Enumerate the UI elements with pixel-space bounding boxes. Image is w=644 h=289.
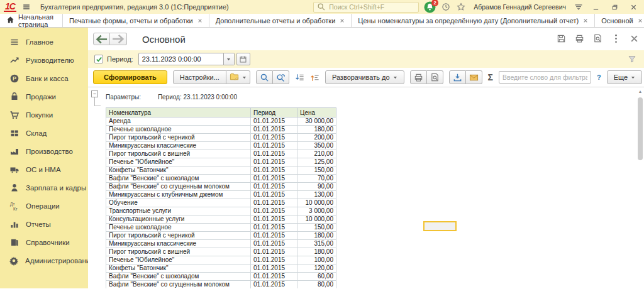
cell-nomenclature[interactable]: Печенье "Юбилейное"	[106, 158, 251, 166]
cell-price[interactable]: 125,00	[297, 158, 336, 166]
print-preview-icon[interactable]	[593, 34, 602, 45]
table-row[interactable]: Печенье шоколадное01.01.2015180,00	[106, 126, 336, 134]
user-name[interactable]: Абрамов Геннадий Сергеевич	[474, 3, 566, 11]
more-menu-icon[interactable]	[611, 34, 621, 45]
table-row[interactable]: Пирог тирольский с вишней01.01.2015180,0…	[106, 248, 336, 256]
send-mail-button[interactable]	[466, 70, 482, 84]
cell-nomenclature[interactable]: Конфеты "Батончик"	[106, 264, 251, 273]
cell-price[interactable]: 120,00	[297, 264, 336, 273]
period-checkbox[interactable]	[94, 55, 103, 63]
table-row[interactable]: Вафли "Венские" со сгущенным молоком01.0…	[106, 183, 336, 191]
collapse-parameters-button[interactable]: −	[91, 90, 98, 97]
cell-period[interactable]: 01.01.2015	[251, 281, 297, 289]
cell-period[interactable]: 01.01.2015	[251, 150, 297, 158]
cell-nomenclature[interactable]: Вафли "Венские" со сгущенным молоком	[106, 281, 251, 289]
period-calendar-button[interactable]	[236, 53, 250, 65]
cell-price[interactable]: 150,00	[297, 224, 336, 232]
favorites-star-icon[interactable]	[456, 2, 466, 12]
save-icon[interactable]	[557, 34, 566, 45]
table-row[interactable]: Печенье "Юбилейное"01.01.2015125,00	[106, 158, 336, 166]
global-search-box[interactable]	[313, 2, 419, 13]
save-report-button[interactable]	[449, 70, 466, 84]
table-row[interactable]: Миникруассаны классические01.01.2015350,…	[106, 142, 336, 150]
sidebar-item-operations[interactable]: ДтКтОперации	[0, 197, 88, 215]
table-row[interactable]: Пирог тирольский с черникой01.01.2015180…	[106, 232, 336, 240]
cell-period[interactable]: 01.01.2015	[251, 273, 297, 281]
sidebar-item-fixed-assets[interactable]: ОС и НМА	[0, 160, 88, 178]
global-search-input[interactable]	[329, 3, 416, 11]
notifications-bell-icon[interactable]: 2	[424, 1, 436, 13]
sidebar-item-bank-cash[interactable]: РБанк и касса	[0, 69, 88, 87]
history-icon[interactable]	[441, 2, 451, 12]
cell-period[interactable]: 01.01.2015	[251, 264, 297, 273]
table-row[interactable]: Аренда01.01.201530 000,00	[106, 117, 336, 126]
period-dropdown-button[interactable]	[224, 53, 235, 65]
cell-period[interactable]: 01.01.2015	[251, 134, 297, 142]
scrollbar-thumb[interactable]	[638, 97, 643, 160]
sidebar-item-reports[interactable]: Отчеты	[0, 215, 88, 233]
cell-nomenclature[interactable]: Вафли "Венские" с шоколадом	[106, 273, 251, 281]
cell-period[interactable]: 01.01.2015	[251, 175, 297, 183]
cell-period[interactable]: 01.01.2015	[251, 183, 297, 191]
cancel-search-button[interactable]	[273, 70, 289, 84]
cell-period[interactable]: 01.01.2015	[251, 256, 297, 264]
tab-nomenclature-prices[interactable]: Цены номенклатуры за определённую дату (…	[352, 14, 595, 27]
cell-price[interactable]: 180,00	[297, 232, 336, 240]
tab-osnovnoy[interactable]: Основной	[595, 14, 644, 27]
cell-period[interactable]: 01.01.2015	[251, 207, 297, 215]
settings-button[interactable]: Настройки...	[173, 70, 226, 84]
filter-word-input[interactable]	[499, 71, 591, 84]
close-form-icon[interactable]	[630, 34, 639, 45]
table-row[interactable]: Обучение01.01.201510 000,00	[106, 199, 336, 207]
report-scrollbar[interactable]: ▲	[637, 89, 643, 287]
cell-price[interactable]: 350,00	[297, 142, 336, 150]
cell-period[interactable]: 01.01.2015	[251, 126, 297, 134]
home-tab[interactable]: Начальная страница	[0, 14, 63, 27]
cell-period[interactable]: 01.01.2015	[251, 166, 297, 175]
sidebar-item-manager[interactable]: Руководителю	[0, 51, 88, 69]
print-button[interactable]	[410, 70, 427, 84]
column-header[interactable]: Период	[251, 108, 297, 117]
sidebar-item-production[interactable]: Производство	[0, 142, 88, 160]
close-window-button[interactable]	[626, 1, 640, 13]
expand-groups-icon[interactable]	[310, 71, 319, 84]
table-row[interactable]: Конфеты "Батончик"01.01.2015120,00	[106, 264, 336, 273]
sum-sigma-icon[interactable]: Σ	[488, 72, 493, 82]
cell-nomenclature[interactable]: Печенье "Юбилейное"	[106, 256, 251, 264]
tab-close-icon[interactable]	[583, 17, 588, 25]
cell-nomenclature[interactable]: Конфеты "Батончик"	[106, 166, 251, 175]
cell-nomenclature[interactable]: Пирог тирольский с вишней	[106, 248, 251, 256]
tab-close-icon[interactable]	[638, 17, 643, 25]
report-variants-button[interactable]	[226, 70, 250, 84]
table-row[interactable]: Вафли "Венские" с шоколадом01.01.201570,…	[106, 175, 336, 183]
preview-button[interactable]	[427, 70, 443, 84]
cell-period[interactable]: 01.01.2015	[251, 215, 297, 224]
cell-price[interactable]: 100,00	[297, 256, 336, 264]
cell-nomenclature[interactable]: Миникруассаны с клубничным джемом	[106, 191, 251, 199]
table-row[interactable]: Пирог тирольский с вишней01.01.2015210,0…	[106, 150, 336, 158]
print-icon[interactable]	[575, 34, 584, 45]
expand-to-button[interactable]: Разворачивать до	[325, 70, 404, 84]
cell-price[interactable]: 80,00	[297, 281, 336, 289]
table-row[interactable]: Вафли "Венские" с шоколадом01.01.201560,…	[106, 273, 336, 281]
minimize-button[interactable]	[589, 1, 602, 13]
cell-price[interactable]: 180,00	[297, 248, 336, 256]
cell-nomenclature[interactable]: Пирог тирольский с вишней	[106, 150, 251, 158]
cell-nomenclature[interactable]: Обучение	[106, 199, 251, 207]
cell-price[interactable]: 315,00	[297, 240, 336, 248]
cell-period[interactable]: 01.01.2015	[251, 248, 297, 256]
cell-price[interactable]: 70,00	[297, 175, 336, 183]
cell-period[interactable]: 01.01.2015	[251, 191, 297, 199]
cell-period[interactable]: 01.01.2015	[251, 158, 297, 166]
filter-funnel-icon[interactable]	[626, 53, 638, 65]
find-button[interactable]	[256, 70, 273, 84]
cell-period[interactable]: 01.01.2015	[251, 117, 297, 126]
cell-price[interactable]: 150,00	[297, 166, 336, 175]
cell-nomenclature[interactable]: Вафли "Венские" с шоколадом	[106, 175, 251, 183]
sidebar-item-directories[interactable]: Справочники	[0, 233, 88, 251]
tab-additional-reports[interactable]: Дополнительные отчеты и обработки	[209, 14, 352, 27]
table-row[interactable]: Конфеты "Батончик"01.01.2015150,00	[106, 166, 336, 175]
column-header[interactable]: Цена	[297, 108, 336, 117]
sidebar-item-main[interactable]: Главное	[0, 33, 88, 51]
cell-price[interactable]: 10 000,00	[297, 215, 336, 224]
